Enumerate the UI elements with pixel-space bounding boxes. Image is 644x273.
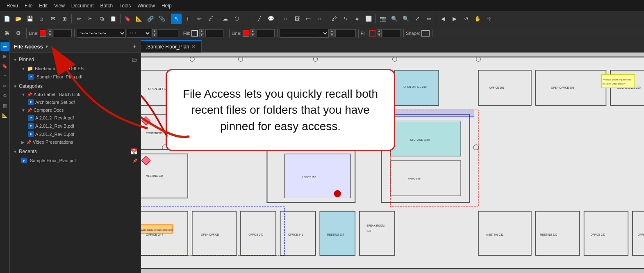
- callout-btn[interactable]: 💬: [266, 14, 276, 24]
- line-weight-up[interactable]: ▲: [152, 29, 157, 33]
- line2-opacity-input[interactable]: 100%: [257, 29, 275, 37]
- cursor-btn[interactable]: ↖: [171, 14, 182, 24]
- image-btn[interactable]: 🖼: [291, 14, 302, 24]
- fill-color-swatch[interactable]: [191, 30, 198, 37]
- email-btn[interactable]: ✉: [48, 14, 58, 24]
- fill-opacity-down[interactable]: ▼: [199, 33, 204, 37]
- menu-document[interactable]: Document: [68, 2, 97, 9]
- select-btn[interactable]: ⊹: [484, 14, 494, 24]
- fill2-opacity-down[interactable]: ▼: [377, 33, 382, 37]
- rect-btn[interactable]: ▭: [303, 14, 314, 24]
- categories-header[interactable]: ▼ Categories: [10, 82, 141, 91]
- markup-btn[interactable]: ✏: [73, 14, 84, 24]
- line2-opacity-down[interactable]: ▼: [250, 33, 255, 37]
- rev-c-file[interactable]: P A 2.01.2_Rev C.pdf: [10, 130, 141, 138]
- fill2-opacity-up[interactable]: ▲: [377, 29, 382, 33]
- snapshot-btn[interactable]: 📷: [378, 14, 388, 24]
- measurements-icon[interactable]: 📐: [0, 111, 9, 120]
- fit-page-btn[interactable]: ⤢: [412, 14, 423, 24]
- pen-btn[interactable]: 🖋: [329, 14, 339, 24]
- sample-floor-plan-pinned[interactable]: P .Sample Floor_Plan.pdf: [10, 73, 141, 81]
- spaces-icon[interactable]: ▦: [0, 101, 9, 110]
- line2-style-dropdown[interactable]: ————————: [280, 29, 329, 38]
- bookmarks-icon[interactable]: 🔖: [0, 62, 9, 71]
- video-presentations-folder[interactable]: ▶ 📌 Video Presentations: [10, 138, 141, 146]
- menu-file[interactable]: File: [21, 2, 36, 9]
- gear-icon[interactable]: ⚙: [13, 28, 24, 39]
- layers-icon[interactable]: ≡: [0, 71, 9, 80]
- new-btn[interactable]: 📄: [2, 14, 12, 24]
- zoom-out-btn[interactable]: 🔍: [401, 14, 411, 24]
- cloud-btn[interactable]: ☁: [220, 14, 230, 24]
- architecture-set-file[interactable]: P Architecture Set.pdf: [10, 98, 141, 106]
- paste-btn[interactable]: 📋: [108, 14, 118, 24]
- fill-opacity-up[interactable]: ▲: [199, 29, 204, 33]
- portfolio-btn[interactable]: ⊞: [59, 14, 70, 24]
- arrow-btn[interactable]: →: [243, 14, 253, 24]
- tab-close-btn[interactable]: ✕: [191, 44, 196, 50]
- menu-help[interactable]: Help: [158, 2, 175, 9]
- properties-icon[interactable]: ⚙: [0, 91, 9, 100]
- recents-calendar-btn[interactable]: 📅: [130, 148, 137, 155]
- open-btn[interactable]: 📂: [13, 14, 24, 24]
- distance-btn[interactable]: ↔: [280, 14, 291, 24]
- thumbnails-icon[interactable]: ⊞: [0, 52, 9, 61]
- menu-batch[interactable]: Batch: [97, 2, 116, 9]
- line-opacity-down[interactable]: ▼: [48, 33, 52, 37]
- next-btn[interactable]: ▶: [449, 14, 460, 24]
- markups-list-icon[interactable]: ✏: [0, 81, 9, 90]
- prev-btn[interactable]: ◀: [438, 14, 448, 24]
- recents-header[interactable]: ▼ Recents 📅: [10, 147, 141, 156]
- line2-weight-down[interactable]: ▼: [330, 33, 335, 37]
- line2-color-swatch[interactable]: [243, 30, 249, 37]
- line-style-dropdown[interactable]: 〜〜〜〜〜〜: [77, 29, 126, 38]
- hand-btn[interactable]: ✋: [472, 14, 483, 24]
- text-btn[interactable]: T: [182, 14, 193, 24]
- stamp-btn[interactable]: 🔖: [122, 14, 133, 24]
- tab-sample-floor-plan[interactable]: .Sample Floor_Plan ✕: [141, 40, 202, 53]
- fill2-color-swatch[interactable]: [369, 30, 375, 37]
- zoom-in-btn[interactable]: 🔍: [389, 14, 400, 24]
- menu-tools[interactable]: Tools: [116, 2, 134, 9]
- auto-label-folder[interactable]: ▼ 📌 Auto Label - Batch Link: [10, 91, 141, 98]
- line-weight-input[interactable]: 1.00 pt: [158, 29, 178, 37]
- pinned-add-btn[interactable]: 🗁: [132, 56, 137, 63]
- count-btn[interactable]: #: [352, 14, 362, 24]
- compare-docs-folder[interactable]: ▼ 📌 Compare Docs: [10, 106, 141, 114]
- recent-pin-btn[interactable]: 📌: [132, 158, 137, 163]
- cut-btn[interactable]: ✂: [85, 14, 96, 24]
- recent-sample-floor[interactable]: P .Sample Floor_Plan.pdf 📌: [10, 156, 141, 165]
- file-access-title[interactable]: File Access ▼: [14, 44, 49, 50]
- add-folder-button[interactable]: +: [133, 43, 137, 50]
- fill2-opacity-input[interactable]: 100%: [383, 29, 401, 37]
- highlight-btn[interactable]: 🖊: [205, 14, 216, 24]
- polygon-btn[interactable]: ⬡: [231, 14, 242, 24]
- fit-width-btn[interactable]: ⇔: [423, 14, 434, 24]
- menu-edit[interactable]: Edit: [36, 2, 51, 9]
- rev-b-file[interactable]: P A 2.01.2_Rev B.pdf: [10, 122, 141, 130]
- line2-weight-up[interactable]: ▲: [330, 29, 335, 33]
- pinned-header[interactable]: ▼ Pinned 🗁: [10, 55, 141, 64]
- line2-opacity-up[interactable]: ▲: [250, 29, 255, 33]
- ellipse-btn[interactable]: ○: [314, 14, 325, 24]
- tool-mode-btn[interactable]: ⌘: [2, 28, 12, 39]
- print-btn[interactable]: 🖨: [36, 14, 47, 24]
- menu-window[interactable]: Window: [134, 2, 158, 9]
- rotate-btn[interactable]: ↺: [461, 14, 471, 24]
- leader-btn[interactable]: ⤷: [340, 14, 351, 24]
- copy-btn[interactable]: ⧉: [96, 14, 107, 24]
- link-btn[interactable]: 🔗: [145, 14, 156, 24]
- measure-btn[interactable]: 📐: [134, 14, 144, 24]
- line-color-swatch[interactable]: [40, 30, 46, 37]
- rev-a-file[interactable]: P A 2.01.2_Rev A.pdf: [10, 114, 141, 122]
- menu-view[interactable]: View: [51, 2, 68, 9]
- line-opacity-up[interactable]: ▲: [48, 29, 52, 33]
- fill-opacity-input[interactable]: 100%: [205, 29, 223, 37]
- line-tool-btn[interactable]: ╱: [254, 14, 265, 24]
- attach-btn[interactable]: 📎: [157, 14, 167, 24]
- line-weight-down[interactable]: ▼: [152, 33, 157, 37]
- bluebeam-demo-folder[interactable]: ▼ 📁 Bluebeam DEMO FILES: [10, 64, 141, 73]
- save-btn[interactable]: 💾: [25, 14, 35, 24]
- line-end-dropdown[interactable]: ≈≈≈: [127, 29, 151, 38]
- pencil-btn[interactable]: ✏: [194, 14, 205, 24]
